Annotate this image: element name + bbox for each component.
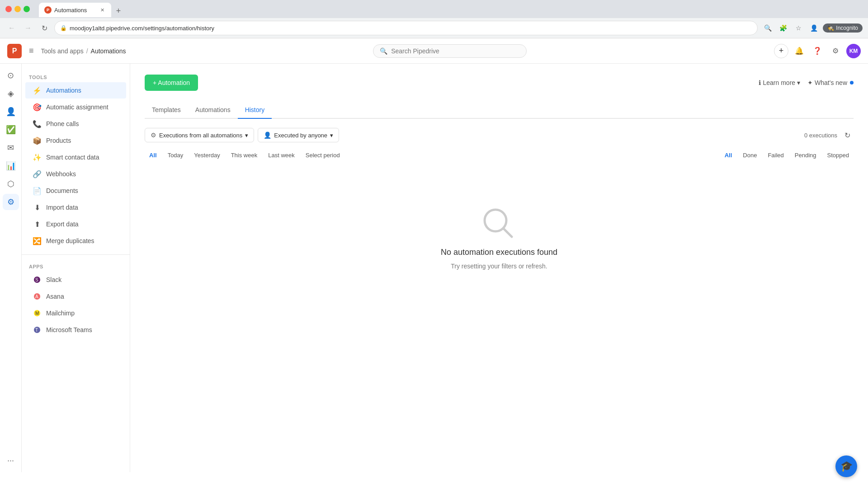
left-nav-products[interactable]: ⬡ — [3, 176, 19, 192]
profile-icon[interactable]: 👤 — [807, 22, 820, 34]
sidebar-item-automatic-assignment[interactable]: 🎯 Automatic assignment — [25, 99, 126, 115]
new-tab-button[interactable]: + — [112, 5, 125, 17]
products-icon: 📦 — [33, 136, 42, 145]
sidebar-automatic-assignment-label: Automatic assignment — [46, 103, 108, 111]
executions-filter-dropdown[interactable]: ⚙ Executions from all automations ▾ — [145, 128, 254, 142]
tabs: Templates Automations History — [145, 102, 854, 119]
chevron-down-icon: ▾ — [245, 132, 248, 139]
sidebar-mailchimp-label: Mailchimp — [46, 310, 75, 317]
tab-history[interactable]: History — [238, 102, 272, 119]
incognito-label: Incognito — [836, 25, 858, 31]
sidebar-item-export-data[interactable]: ⬆ Export data — [25, 216, 126, 232]
sidebar-msteams-label: Microsoft Teams — [46, 326, 92, 333]
sidebar-item-automations[interactable]: ⚡ Automations — [25, 82, 126, 99]
tab-templates[interactable]: Templates — [145, 102, 188, 119]
automations-icon: ⚡ — [33, 86, 42, 95]
notifications-button[interactable]: 🔔 — [792, 44, 807, 58]
period-select-period-button[interactable]: Select period — [301, 150, 344, 161]
left-nav-contacts[interactable]: 👤 — [3, 103, 19, 120]
window-controls — [5, 6, 30, 12]
maximize-window-button[interactable] — [24, 6, 30, 12]
breadcrumb-current: Automations — [91, 47, 126, 55]
executions-filter-label: Executions from all automations — [159, 132, 242, 139]
status-pending-button[interactable]: Pending — [790, 150, 821, 161]
tab-title: Automations — [54, 7, 87, 14]
left-nav-dashboard[interactable]: ⊙ — [3, 67, 19, 84]
sidebar-webhooks-label: Webhooks — [46, 170, 76, 178]
left-nav-activities[interactable]: ✅ — [3, 122, 19, 138]
left-nav-email[interactable]: ✉ — [3, 140, 19, 156]
sidebar-item-microsoft-teams[interactable]: T Microsoft Teams — [25, 322, 126, 338]
sidebar-item-phone-calls[interactable]: 📞 Phone calls — [25, 116, 126, 132]
app-logo: P — [7, 44, 22, 58]
slack-icon: S — [33, 275, 42, 284]
tab-bar: P Automations ✕ + — [35, 1, 128, 17]
bookmark-icon[interactable]: ☆ — [792, 22, 805, 34]
hamburger-button[interactable]: ≡ — [29, 46, 34, 56]
period-last-week-button[interactable]: Last week — [264, 150, 299, 161]
sidebar-item-mailchimp[interactable]: M Mailchimp — [25, 305, 126, 321]
tab-automations[interactable]: Automations — [188, 102, 238, 119]
status-failed-button[interactable]: Failed — [763, 150, 788, 161]
executed-by-filter-dropdown[interactable]: 👤 Executed by anyone ▾ — [258, 128, 339, 142]
url-text: moodjoy1altd.pipedrive.com/settings/auto… — [70, 25, 214, 32]
address-icons: 🔍 🧩 ☆ 👤 🕵 Incognito — [761, 22, 863, 34]
export-data-icon: ⬆ — [33, 220, 42, 229]
search-input[interactable] — [391, 47, 520, 55]
search-icon[interactable]: 🔍 — [761, 22, 774, 34]
tab-close-button[interactable]: ✕ — [99, 6, 106, 14]
support-bubble-button[interactable]: 🎓 — [835, 455, 857, 477]
period-this-week-button[interactable]: This week — [226, 150, 262, 161]
whats-new-link[interactable]: ✦ What's new — [807, 79, 854, 86]
mailchimp-icon: M — [33, 309, 42, 318]
back-button[interactable]: ← — [5, 22, 18, 34]
close-window-button[interactable] — [5, 6, 12, 12]
learn-more-link[interactable]: ℹ Learn more ▾ — [759, 79, 800, 86]
content-header: + Automation ℹ Learn more ▾ ✦ What's new — [145, 75, 854, 91]
extensions-icon[interactable]: 🧩 — [777, 22, 789, 34]
sidebar-item-import-data[interactable]: ⬇ Import data — [25, 199, 126, 216]
status-done-button[interactable]: Done — [738, 150, 761, 161]
sidebar-import-label: Import data — [46, 204, 78, 211]
breadcrumb-root[interactable]: Tools and apps — [41, 47, 84, 55]
refresh-executions-button[interactable]: ↻ — [841, 129, 854, 141]
minimize-window-button[interactable] — [14, 6, 21, 12]
sidebar-item-merge-duplicates[interactable]: 🔀 Merge duplicates — [25, 233, 126, 249]
left-nav-settings[interactable]: ⚙ — [3, 194, 19, 210]
sidebar-item-smart-contact-data[interactable]: ✨ Smart contact data — [25, 149, 126, 165]
sidebar-apps-label: APPS — [22, 260, 130, 271]
period-all-button[interactable]: All — [145, 150, 161, 161]
forward-button[interactable]: → — [22, 22, 34, 34]
browser-chrome: P Automations ✕ + ← → ↻ 🔒 moodjoy1altd.p… — [0, 0, 868, 38]
period-yesterday-button[interactable]: Yesterday — [189, 150, 224, 161]
refresh-button[interactable]: ↻ — [38, 22, 51, 34]
avatar[interactable]: KM — [846, 44, 861, 58]
help-button[interactable]: ❓ — [810, 44, 825, 58]
add-automation-button[interactable]: + Automation — [145, 75, 198, 91]
empty-state: No automation executions found Try reset… — [145, 170, 854, 306]
incognito-badge: 🕵 Incognito — [823, 23, 863, 33]
asana-icon: A — [33, 292, 42, 301]
sidebar-item-slack[interactable]: S Slack — [25, 272, 126, 288]
left-nav-reports[interactable]: 📊 — [3, 158, 19, 174]
url-bar[interactable]: 🔒 moodjoy1altd.pipedrive.com/settings/au… — [54, 21, 758, 35]
browser-tab[interactable]: P Automations ✕ — [39, 3, 111, 17]
automatic-assignment-icon: 🎯 — [33, 103, 42, 112]
sidebar-asana-label: Asana — [46, 293, 64, 300]
add-button[interactable]: + — [774, 44, 788, 58]
search-box[interactable]: 🔍 — [373, 44, 527, 58]
sidebar-item-asana[interactable]: A Asana — [25, 288, 126, 305]
incognito-icon: 🕵 — [827, 25, 834, 31]
header-search: 🔍 — [133, 44, 767, 58]
sidebar-item-documents[interactable]: 📄 Documents — [25, 183, 126, 199]
left-nav-deals[interactable]: ◈ — [3, 85, 19, 102]
period-today-button[interactable]: Today — [163, 150, 188, 161]
sidebar-item-products[interactable]: 📦 Products — [25, 132, 126, 149]
header-actions: + 🔔 ❓ ⚙ KM — [774, 44, 861, 58]
status-all-button[interactable]: All — [720, 150, 737, 161]
settings-button[interactable]: ⚙ — [828, 44, 843, 58]
period-left: All Today Yesterday This week Last week … — [145, 150, 344, 161]
status-stopped-button[interactable]: Stopped — [823, 150, 854, 161]
sidebar-item-webhooks[interactable]: 🔗 Webhooks — [25, 166, 126, 182]
left-nav-more[interactable]: ··· — [3, 452, 19, 469]
